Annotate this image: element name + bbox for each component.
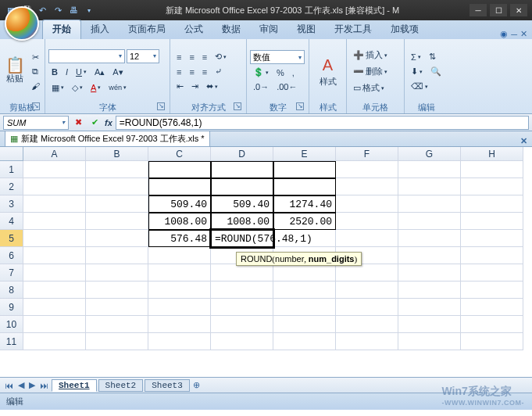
cell[interactable]: 1274.40 <box>273 195 336 213</box>
decrease-decimal-button[interactable]: .00← <box>273 81 300 93</box>
tab-view[interactable]: 视图 <box>287 20 325 39</box>
spreadsheet-grid[interactable]: ABCDEFGH123509.40509.401274.4041008.0010… <box>0 147 532 377</box>
cell[interactable] <box>273 282 336 299</box>
cell[interactable] <box>23 213 86 230</box>
minimize-button[interactable]: ─ <box>470 4 487 16</box>
row-header[interactable]: 7 <box>0 264 23 282</box>
cell[interactable] <box>148 178 211 195</box>
number-format-combo[interactable]: 数值▾ <box>250 50 305 64</box>
tab-home[interactable]: 开始 <box>42 20 81 39</box>
cell[interactable] <box>461 213 523 230</box>
cell[interactable] <box>86 316 148 333</box>
cell[interactable] <box>86 178 148 195</box>
cell[interactable] <box>86 230 148 247</box>
orientation-button[interactable]: ⟲▾ <box>212 50 230 63</box>
cell[interactable] <box>461 178 523 195</box>
sheet-nav-first-icon[interactable]: ⏮ <box>3 381 15 390</box>
cell[interactable] <box>23 264 86 282</box>
row-header[interactable]: 8 <box>0 282 23 299</box>
cell[interactable] <box>211 264 273 282</box>
tab-layout[interactable]: 页面布局 <box>119 20 175 39</box>
row-header[interactable]: 6 <box>0 247 23 264</box>
cell[interactable] <box>398 282 461 299</box>
cell[interactable] <box>86 264 148 282</box>
qat-dropdown-icon[interactable]: ▾ <box>83 4 95 16</box>
row-header[interactable]: 10 <box>0 316 23 333</box>
new-sheet-icon[interactable]: ⊕ <box>191 380 202 390</box>
cell[interactable] <box>86 213 148 230</box>
format-cells-button[interactable]: ▭格式▾ <box>350 81 401 95</box>
column-header[interactable]: D <box>211 147 273 161</box>
cell[interactable] <box>211 299 273 316</box>
cell[interactable] <box>23 161 86 178</box>
cell[interactable] <box>398 195 461 213</box>
cell[interactable] <box>148 316 211 333</box>
merge-center-button[interactable]: ⬌▾ <box>203 80 221 93</box>
cell[interactable]: 509.40 <box>148 195 211 213</box>
column-header[interactable]: F <box>336 147 398 161</box>
clear-button[interactable]: ⌫▾ <box>408 80 431 93</box>
sheet-nav-next-icon[interactable]: ▶ <box>27 380 37 390</box>
column-header[interactable]: A <box>23 147 86 161</box>
align-dialog-launcher[interactable]: ↘ <box>234 102 241 110</box>
row-header[interactable]: 3 <box>0 195 23 213</box>
cell[interactable] <box>211 282 273 299</box>
tab-developer[interactable]: 开发工具 <box>325 20 381 39</box>
accounting-format-button[interactable]: 💲▾ <box>250 66 272 79</box>
cell[interactable] <box>398 299 461 316</box>
cell[interactable]: 1008.00 <box>148 213 211 230</box>
cell[interactable] <box>461 299 523 316</box>
sort-filter-button[interactable]: ⇅ <box>426 50 439 63</box>
tab-addins[interactable]: 加载项 <box>381 20 428 39</box>
cell[interactable] <box>398 230 461 247</box>
cell[interactable] <box>398 161 461 178</box>
maximize-button[interactable]: ☐ <box>490 4 507 16</box>
cell[interactable] <box>398 316 461 333</box>
office-button[interactable] <box>5 6 39 41</box>
cell[interactable] <box>23 282 86 299</box>
fill-button[interactable]: ⬇▾ <box>408 65 426 78</box>
cell[interactable]: 2520.00 <box>273 213 336 230</box>
column-header[interactable]: G <box>398 147 461 161</box>
wrap-text-button[interactable]: ⤶ <box>212 65 225 78</box>
row-header[interactable]: 11 <box>0 333 23 350</box>
font-size-combo[interactable]: 12▾ <box>127 49 159 63</box>
tab-formulas[interactable]: 公式 <box>175 20 212 39</box>
cell[interactable] <box>86 247 148 264</box>
italic-button[interactable]: I <box>62 66 71 78</box>
column-header[interactable]: C <box>148 147 211 161</box>
cell[interactable] <box>148 333 211 350</box>
align-center-button[interactable]: ≡ <box>186 66 197 78</box>
bold-button[interactable]: B <box>48 66 61 78</box>
cell[interactable] <box>398 264 461 282</box>
cell[interactable]: 1008.00 <box>211 213 273 230</box>
document-tab[interactable]: ▦ 新建 Microsoft Office Excel 97-2003 工作表.… <box>5 131 210 146</box>
cell[interactable] <box>23 230 86 247</box>
copy-icon[interactable]: ⧉ <box>29 66 41 78</box>
cell[interactable] <box>86 161 148 178</box>
cell[interactable] <box>461 161 523 178</box>
cell[interactable] <box>336 264 398 282</box>
enter-formula-icon[interactable]: ✔ <box>88 116 102 129</box>
cell[interactable] <box>336 282 398 299</box>
sheet-nav-prev-icon[interactable]: ◀ <box>16 380 26 390</box>
cell[interactable] <box>461 282 523 299</box>
fill-color-button[interactable]: ◇▾ <box>69 81 86 95</box>
cell[interactable] <box>23 195 86 213</box>
number-dialog-launcher[interactable]: ↘ <box>296 102 304 110</box>
align-top-button[interactable]: ≡ <box>173 51 184 63</box>
cell[interactable] <box>398 333 461 350</box>
cell[interactable] <box>23 316 86 333</box>
cell[interactable] <box>336 178 398 195</box>
autosum-button[interactable]: Σ▾ <box>408 51 424 63</box>
redo-icon[interactable]: ↷ <box>52 4 64 16</box>
row-header[interactable]: 1 <box>0 161 23 178</box>
help-icon[interactable]: ◉ <box>500 29 508 39</box>
close-button[interactable]: ✕ <box>510 4 527 16</box>
cell[interactable] <box>273 264 336 282</box>
paste-button[interactable]: 📋 粘贴 <box>3 41 27 102</box>
font-dialog-launcher[interactable]: ↘ <box>157 102 165 110</box>
cell[interactable] <box>211 178 273 195</box>
cell[interactable] <box>86 333 148 350</box>
row-header[interactable]: 4 <box>0 213 23 230</box>
